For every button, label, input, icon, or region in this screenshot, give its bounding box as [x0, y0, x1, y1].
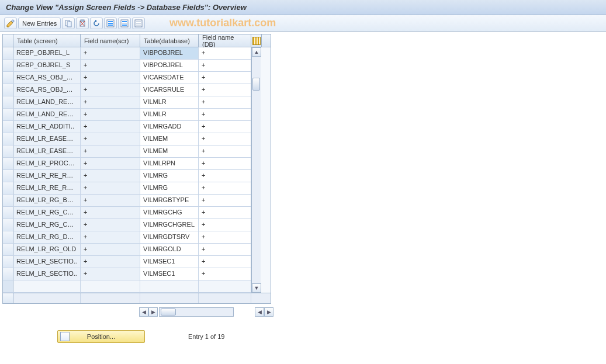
scroll-down-icon[interactable]: ▼: [252, 283, 261, 293]
cell-field-db[interactable]: +: [199, 109, 251, 120]
column-header-table-screen[interactable]: Table (screen): [13, 34, 81, 47]
cell-table-db[interactable]: VILMRGADD: [140, 121, 199, 133]
row-selector[interactable]: [3, 109, 13, 120]
cell-table-db[interactable]: VICARSDATE: [140, 72, 199, 84]
cell-field-db[interactable]: +: [199, 60, 251, 71]
cell-table-screen[interactable]: RELM_LR_RG_DT_..: [13, 231, 81, 243]
undo-button[interactable]: [90, 18, 103, 29]
row-selector[interactable]: [3, 244, 13, 255]
cell-field-scr[interactable]: +: [81, 244, 140, 255]
row-selector[interactable]: [3, 158, 13, 169]
cell-table-screen[interactable]: RELM_LR_RG_CHA..: [13, 219, 81, 231]
scroll-up-icon[interactable]: ▲: [252, 47, 261, 57]
cell-table-db[interactable]: VILMSEC1: [140, 268, 199, 280]
row-selector[interactable]: [3, 268, 13, 280]
cell-field-scr[interactable]: +: [81, 96, 140, 108]
cell-field-db[interactable]: +: [199, 133, 251, 145]
cell-table-screen[interactable]: RECA_RS_OBJ_DA..: [13, 72, 81, 84]
cell-field-db[interactable]: +: [199, 121, 251, 133]
row-selector[interactable]: [3, 182, 13, 194]
row-selector[interactable]: [3, 280, 13, 292]
cell-table-screen[interactable]: RECA_RS_OBJ_RU..: [13, 84, 81, 96]
cell-field-db[interactable]: +: [199, 170, 251, 182]
cell-field-scr[interactable]: +: [81, 207, 140, 219]
hscroll-thumb[interactable]: [161, 308, 176, 316]
cell-field-db[interactable]: +: [199, 84, 251, 96]
scroll-last-icon[interactable]: ▶: [264, 307, 273, 317]
select-block-button[interactable]: [118, 18, 131, 29]
horizontal-scrollbar[interactable]: ◀ ▶ ◀ ▶: [139, 307, 606, 317]
cell-field-db[interactable]: +: [199, 244, 251, 255]
cell-field-db[interactable]: +: [199, 207, 251, 219]
cell-field-db[interactable]: +: [199, 219, 251, 231]
cell-field-scr[interactable]: +: [81, 72, 140, 84]
cell-table-screen[interactable]: RELM_LR_SECTIO..: [13, 256, 81, 268]
column-header-field-db[interactable]: Field name (DB): [199, 34, 251, 47]
cell-field-db[interactable]: +: [199, 231, 251, 243]
cell-table-screen[interactable]: RELM_LR_SECTIO..: [13, 268, 81, 280]
cell-table-db[interactable]: VILMLR: [140, 96, 199, 108]
cell-table-db[interactable]: VICARSRULE: [140, 84, 199, 96]
cell-table-db[interactable]: VILMRGDTSRV: [140, 231, 199, 243]
row-selector[interactable]: [3, 219, 13, 231]
cell-table-db[interactable]: VILMRG: [140, 182, 199, 194]
cell-field-scr[interactable]: +: [81, 268, 140, 280]
cell-field-db[interactable]: +: [199, 72, 251, 84]
cell-table-db[interactable]: VILMLR: [140, 109, 199, 120]
cell-field-db[interactable]: +: [199, 96, 251, 108]
scroll-track[interactable]: [252, 57, 261, 283]
row-selector[interactable]: [3, 256, 13, 268]
row-selector[interactable]: [3, 170, 13, 182]
table-settings-button[interactable]: [251, 34, 262, 47]
row-selector[interactable]: [3, 145, 13, 157]
row-selector-header[interactable]: [3, 34, 13, 47]
cell-table-screen[interactable]: RELM_LR_RE_REG..: [13, 182, 81, 194]
cell-field-db[interactable]: +: [199, 268, 251, 280]
cell-field-scr[interactable]: +: [81, 170, 140, 182]
scroll-first-icon[interactable]: ◀: [255, 307, 264, 317]
cell-field-scr[interactable]: +: [81, 256, 140, 268]
toggle-display-change-button[interactable]: [4, 18, 17, 29]
cell-field-scr[interactable]: +: [81, 231, 140, 243]
cell-field-db[interactable]: +: [199, 182, 251, 194]
cell-table-db[interactable]: VIBPOBJREL: [140, 47, 199, 59]
cell-field-scr[interactable]: +: [81, 145, 140, 157]
cell-table-screen[interactable]: RELM_LR_ADDITI..: [13, 121, 81, 133]
position-button[interactable]: Position...: [57, 330, 145, 343]
deselect-all-button[interactable]: [132, 18, 145, 29]
cell-field-scr[interactable]: +: [81, 158, 140, 169]
scroll-left-icon[interactable]: ◀: [139, 307, 148, 317]
cell-field-db[interactable]: +: [199, 256, 251, 268]
cell-field-scr[interactable]: +: [81, 60, 140, 71]
row-selector[interactable]: [3, 195, 13, 206]
cell-table-screen[interactable]: RELM_LAND_REGI..: [13, 96, 81, 108]
cell-table-db[interactable]: VILMEM: [140, 145, 199, 157]
row-selector[interactable]: [3, 121, 13, 133]
cell-field-scr[interactable]: +: [81, 109, 140, 120]
row-selector[interactable]: [3, 84, 13, 96]
cell-field-scr[interactable]: +: [81, 121, 140, 133]
cell-table-db[interactable]: VILMRGBTYPE: [140, 195, 199, 206]
cell-table-screen[interactable]: REBP_OBJREL_L: [13, 47, 81, 59]
cell-table-screen[interactable]: RELM_LR_EASEME..: [13, 145, 81, 157]
cell-table-screen[interactable]: REBP_OBJREL_S: [13, 60, 81, 71]
cell-field-scr[interactable]: +: [81, 182, 140, 194]
cell-field-db[interactable]: +: [199, 47, 251, 59]
cell-table-screen[interactable]: RELM_LAND_REGI..: [13, 109, 81, 120]
cell-table-db[interactable]: VILMRG: [140, 170, 199, 182]
cell-table-screen[interactable]: RELM_LR_RE_REG..: [13, 170, 81, 182]
row-selector[interactable]: [3, 60, 13, 71]
cell-table-screen[interactable]: RELM_LR_RG_OLD: [13, 244, 81, 255]
column-header-table-db[interactable]: Table(database): [140, 34, 199, 47]
row-selector[interactable]: [3, 231, 13, 243]
cell-table-db[interactable]: VILMRGOLD: [140, 244, 199, 255]
cell-table-screen[interactable]: RELM_LR_RG_BUS..: [13, 195, 81, 206]
new-entries-button[interactable]: New Entries: [18, 18, 61, 29]
vertical-scrollbar[interactable]: ▲ ▼: [251, 47, 261, 293]
cell-table-db[interactable]: VILMEM: [140, 133, 199, 145]
cell-table-db[interactable]: VILMSEC1: [140, 256, 199, 268]
cell-field-db[interactable]: +: [199, 145, 251, 157]
delete-button[interactable]: [76, 18, 89, 29]
scroll-right-icon[interactable]: ▶: [148, 307, 158, 317]
hscroll-track[interactable]: [159, 307, 234, 317]
